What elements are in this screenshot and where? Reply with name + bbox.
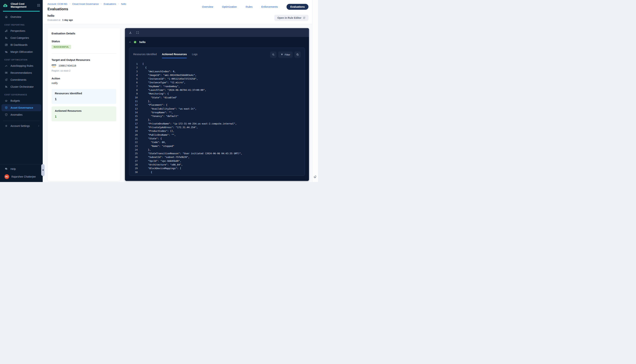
- line-number: 23: [133, 144, 138, 148]
- sidebar-item-anomalies[interactable]: ! Anomalies: [0, 111, 43, 118]
- code-line: 17 "PrivateDnsName": "ip-172-31-44-254.u…: [133, 122, 303, 126]
- breadcrumb-cloud-asset-governance[interactable]: Cloud Asset Governance: [72, 2, 99, 5]
- line-content: "Placement": {: [142, 103, 167, 107]
- code-line: 27 "VpcId": "vpc-bb845bd0",: [133, 159, 303, 163]
- sidebar-item-account-settings[interactable]: Account Settings: [0, 122, 43, 130]
- breadcrumb-evaluations[interactable]: Evaluations: [104, 2, 116, 5]
- line-number: 27: [133, 159, 138, 163]
- line-number: 3: [133, 70, 138, 73]
- code-line: 24 },: [133, 148, 303, 152]
- gear-icon: [5, 124, 8, 128]
- user-profile[interactable]: RC Rajarshee Chatterjee: [0, 173, 43, 182]
- code-line: 8 "LaunchTime": "2024-06-06T04:41:37+00:…: [133, 88, 303, 92]
- sidebar-item-label: Margin Obfuscation: [11, 50, 33, 53]
- sidebar-item-margin-obfuscation[interactable]: % Margin Obfuscation: [0, 48, 43, 55]
- sidebar-item-overview[interactable]: Overview: [0, 14, 43, 20]
- line-number: 7: [133, 84, 138, 88]
- sidebar-item-label: Cost Categories: [11, 36, 29, 39]
- breadcrumb-current[interactable]: hello: [121, 2, 126, 5]
- line-number: 20: [133, 133, 138, 137]
- open-button-label: Open in Rule Editor: [277, 16, 301, 19]
- sidebar-item-autostopping-rules[interactable]: AutoStopping Rules: [0, 62, 43, 69]
- details-title: Evaluation Details: [52, 32, 116, 35]
- module-grid-icon[interactable]: [37, 4, 40, 7]
- search-icon: [272, 53, 275, 56]
- stat-label: Actioned Resources: [55, 109, 113, 112]
- content-area: Evaluation Details Status SUCCESSFUL Tar…: [43, 24, 318, 182]
- nav-link-overview[interactable]: Overview: [202, 5, 213, 8]
- line-content: "SubnetId": "subnet-75fe9b39",: [142, 155, 190, 159]
- evaluation-name: hello: [48, 14, 274, 18]
- region-text: Region: us-east-2: [52, 69, 116, 72]
- code-line: 13 "AvailabilityZone": "us-east-2c",: [133, 107, 303, 111]
- tab-actioned-resources[interactable]: Actioned Resources: [162, 53, 187, 58]
- copy-button[interactable]: [294, 52, 301, 58]
- code-line: 2 {: [133, 66, 303, 70]
- sidebar-item-bi-dashboards[interactable]: BI Dashboards: [0, 41, 43, 48]
- right-gutter: [312, 0, 318, 182]
- sidebar-item-commitments[interactable]: Commitments: [0, 76, 43, 83]
- search-button[interactable]: [270, 52, 276, 58]
- line-content: },: [142, 100, 151, 103]
- piggy-bank-icon: $: [5, 99, 8, 102]
- json-code-viewer[interactable]: 1[2 {3 "AmiLaunchIndex": 0,4 "ImageId": …: [129, 60, 305, 176]
- chat-bubbles-icon[interactable]: [313, 175, 317, 179]
- collapse-chevron-icon[interactable]: [129, 41, 131, 44]
- section-label-cost-reporting: COST REPORTING: [0, 20, 43, 28]
- tab-resources-identified[interactable]: Resources Identified: [133, 53, 157, 58]
- sidebar-item-perspectives[interactable]: Perspectives: [0, 28, 43, 34]
- line-number: 9: [133, 92, 138, 96]
- shield-alert-icon: !: [5, 113, 8, 116]
- nav-link-rules[interactable]: Rules: [246, 5, 252, 8]
- line-number: 14: [133, 111, 138, 114]
- app-window: $ Cloud Cost Management Overview COST RE…: [0, 0, 318, 182]
- sidebar-item-asset-governance[interactable]: $ Asset Governance: [2, 104, 41, 111]
- sidebar-item-help[interactable]: ? Help: [0, 166, 43, 172]
- dashboard-image-icon: [5, 43, 8, 46]
- code-line: 5 "InstanceId": "i-00512145e7372325d",: [133, 77, 303, 81]
- page-header: Account: CCM-NG Cloud Asset Governance E…: [43, 0, 318, 24]
- evaluation-output-panel: hello Resources Identified Actioned Reso…: [125, 28, 309, 181]
- sidebar-item-recommendations[interactable]: Recommendations: [0, 69, 43, 76]
- line-number: 17: [133, 122, 138, 126]
- action-value: notify: [52, 82, 116, 84]
- code-line: 7 "KeyName": "randomkey",: [133, 84, 303, 88]
- evaluated-at-value: 1 day ago: [62, 19, 73, 21]
- shapes-icon: [5, 36, 8, 40]
- autostopping-icon: [5, 64, 8, 68]
- sidebar-item-budgets[interactable]: $ Budgets: [0, 97, 43, 104]
- line-number: 5: [133, 77, 138, 81]
- line-content: },: [142, 148, 151, 152]
- results-card: Resources Identified Actioned Resources …: [129, 48, 305, 176]
- sidebar-collapse-handle[interactable]: [41, 164, 44, 176]
- download-icon[interactable]: [129, 31, 132, 34]
- nav-link-optimization[interactable]: Optimization: [222, 5, 237, 8]
- code-line: 18 "PrivateIpAddress": "172.31.44.254",: [133, 126, 303, 129]
- status-badge: SUCCESSFUL: [52, 45, 71, 49]
- main-area: Account: CCM-NG Cloud Asset Governance E…: [43, 0, 318, 182]
- nav-link-enforcements[interactable]: Enforcements: [261, 5, 278, 8]
- code-line: 1[: [133, 62, 303, 66]
- collapse-arrow-icon: [42, 169, 44, 171]
- chevron-right-icon: [69, 3, 71, 5]
- line-number: 18: [133, 126, 138, 129]
- user-name: Rajarshee Chatterjee: [12, 175, 36, 178]
- details-divider: [52, 53, 116, 54]
- code-line: 22 "Code": 80,: [133, 140, 303, 144]
- fullscreen-icon[interactable]: [136, 31, 139, 34]
- nav-pill-evaluations[interactable]: Evaluations: [286, 4, 308, 10]
- help-chat-icon: ?: [5, 167, 8, 170]
- line-content: "AmiLaunchIndex": 0,: [142, 70, 176, 73]
- sidebar-item-cost-categories[interactable]: Cost Categories: [0, 34, 43, 41]
- sidebar-item-cluster-orchestrator[interactable]: Cluster Orchestrator: [0, 83, 43, 90]
- code-line: 23 "Name": "stopped": [133, 144, 303, 148]
- breadcrumb-account[interactable]: Account: CCM-NG: [48, 2, 67, 5]
- line-content: "ImageId": "ami-002438e556dd03e4c",: [142, 73, 197, 77]
- aws-account-id: 108817434118: [59, 64, 76, 67]
- line-content: "GroupName": "",: [142, 111, 173, 114]
- tab-logs[interactable]: Logs: [192, 53, 197, 58]
- open-in-rule-editor-button[interactable]: Open in Rule Editor: [274, 15, 308, 21]
- filter-button[interactable]: Filter: [278, 52, 292, 58]
- line-number: 21: [133, 137, 138, 140]
- aws-smile-arc: [52, 66, 56, 67]
